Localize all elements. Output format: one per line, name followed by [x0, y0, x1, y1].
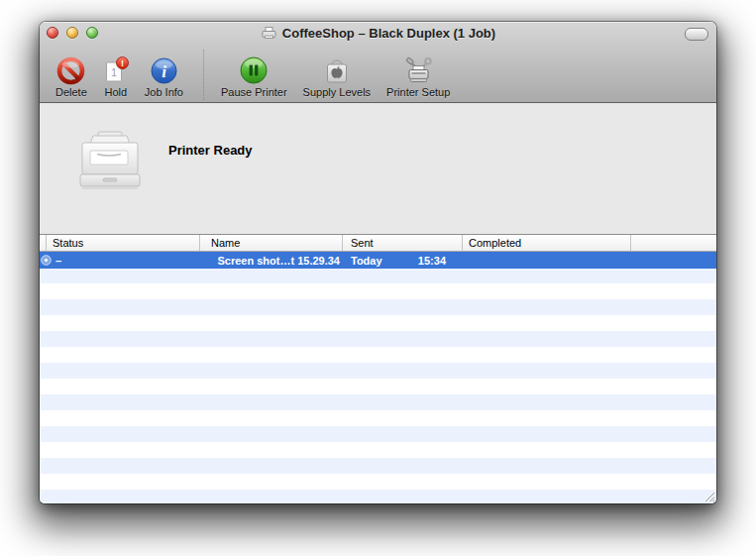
column-header-name[interactable]: Name — [200, 235, 343, 251]
job-table: Status Name Sent Completed – Screen shot… — [40, 234, 716, 503]
printer-image — [73, 131, 147, 198]
svg-text:i: i — [162, 62, 166, 81]
supply-levels-button[interactable]: Supply Levels — [297, 56, 378, 102]
toolbar-item-label: Pause Printer — [221, 86, 287, 98]
column-header-sent[interactable]: Sent — [343, 235, 463, 251]
column-header-statusicon[interactable] — [40, 235, 47, 251]
window-chrome: CoffeeShop – Black Duplex (1 Job) — [40, 22, 716, 103]
titlebar: CoffeeShop – Black Duplex (1 Job) — [40, 22, 716, 44]
toolbar-item-label: Printer Setup — [386, 86, 450, 98]
toolbar-item-label: Hold — [104, 86, 127, 98]
window-title: CoffeeShop – Black Duplex (1 Job) — [282, 26, 495, 41]
pause-printer-button[interactable]: Pause Printer — [215, 56, 293, 102]
resize-grip[interactable] — [702, 489, 715, 502]
window-title-area: CoffeeShop – Black Duplex (1 Job) — [40, 22, 716, 44]
job-sent-day: Today — [351, 255, 382, 267]
toolbar-item-label: Supply Levels — [303, 86, 372, 98]
column-header-spacer — [631, 235, 716, 251]
pause-icon — [239, 56, 269, 85]
print-queue-window: CoffeeShop – Black Duplex (1 Job) — [40, 22, 716, 503]
printer-proxy-icon[interactable] — [261, 26, 277, 40]
job-status-cell: – — [47, 255, 200, 267]
toolbar-toggle-button[interactable] — [685, 28, 708, 41]
hold-document-icon: 1 ! — [103, 56, 129, 85]
job-sent-cell: Today 15:34 — [343, 255, 463, 267]
printer-setup-icon — [402, 56, 434, 85]
printer-status-panel: Printer Ready — [40, 103, 716, 234]
toolbar-item-label: Job Info — [145, 86, 183, 98]
hold-button[interactable]: 1 ! Hold — [97, 56, 135, 102]
desktop: CoffeeShop – Black Duplex (1 Job) — [0, 0, 756, 556]
svg-text:!: ! — [121, 58, 124, 68]
column-header-status[interactable]: Status — [47, 235, 200, 251]
svg-text:1: 1 — [111, 67, 117, 78]
printer-status-message: Printer Ready — [168, 143, 253, 158]
job-table-header: Status Name Sent Completed — [40, 235, 716, 252]
prohibition-icon — [56, 56, 85, 85]
job-name-cell: Screen shot…t 15.29.34 — [200, 255, 343, 267]
column-header-completed[interactable]: Completed — [463, 235, 631, 251]
info-icon: i — [150, 56, 178, 85]
job-row-selected[interactable]: – Screen shot…t 15.29.34 Today 15:34 — [40, 252, 716, 269]
printer-setup-button[interactable]: Printer Setup — [380, 56, 456, 102]
supplies-bag-icon — [323, 56, 351, 85]
toolbar: Delete 1 ! Hold — [40, 44, 716, 102]
toolbar-item-label: Delete — [55, 86, 87, 98]
job-progress-icon — [41, 255, 52, 266]
job-sent-time: 15:34 — [418, 255, 446, 267]
job-info-button[interactable]: i Job Info — [139, 56, 189, 102]
delete-button[interactable]: Delete — [50, 56, 93, 102]
toolbar-separator — [203, 50, 205, 100]
